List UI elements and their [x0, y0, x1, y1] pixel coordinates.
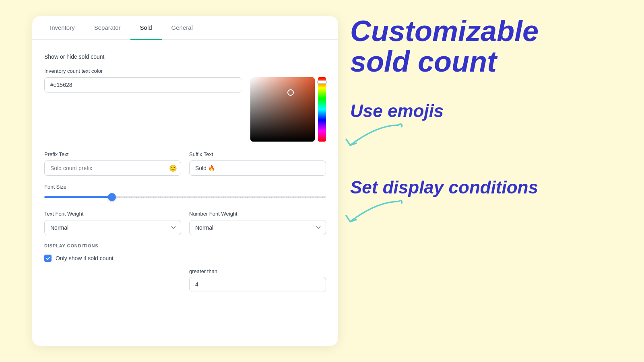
suffix-input[interactable]: [189, 160, 326, 176]
font-size-section: Font Size: [44, 184, 326, 201]
color-section: [44, 77, 326, 142]
font-size-slider[interactable]: [44, 193, 326, 201]
checkmark-icon: [45, 256, 50, 261]
font-size-label: Font Size: [44, 184, 326, 190]
display-conditions-section: DISPLAY CONDITIONS Only show if sold cou…: [44, 243, 326, 292]
tab-inventory[interactable]: Inventory: [40, 16, 85, 40]
settings-panel: Inventory Separator Sold General Show or…: [32, 16, 338, 346]
number-font-weight-label: Number Font Weight: [189, 211, 326, 217]
color-picker-container: [250, 77, 326, 142]
color-canvas[interactable]: [250, 77, 315, 142]
tabs-container: Inventory Separator Sold General: [32, 16, 338, 40]
condition-label: greater than: [189, 268, 326, 274]
condition-group: greater than: [189, 268, 326, 292]
prefix-group: Prefix Text 🙂: [44, 151, 181, 176]
arrow1-icon: [342, 121, 407, 153]
right-content: Customizablesold count Use emojis Set di…: [350, 16, 632, 201]
color-strip[interactable]: [318, 77, 326, 142]
headline: Customizablesold count: [350, 16, 632, 77]
color-strip-handle[interactable]: [317, 80, 327, 84]
color-section-label: Inventory count text color: [44, 68, 326, 74]
text-font-weight-select[interactable]: Normal Bold Light Medium: [44, 220, 181, 235]
tab-general[interactable]: General: [162, 16, 202, 40]
tab-sold[interactable]: Sold: [130, 16, 162, 40]
slider-dots: [116, 196, 326, 198]
number-font-weight-group: Number Font Weight Normal Bold Light Med…: [189, 211, 326, 235]
color-left: [44, 77, 242, 96]
condition-row: greater than: [44, 268, 326, 292]
prefix-suffix-row: Prefix Text 🙂 Suffix Text: [44, 151, 326, 176]
suffix-group: Suffix Text: [189, 151, 326, 176]
font-weight-row: Text Font Weight Normal Bold Light Mediu…: [44, 211, 326, 235]
slider-fill: [44, 196, 112, 198]
suffix-input-wrapper: [189, 160, 326, 176]
arrow2-icon: [342, 197, 407, 230]
text-font-weight-group: Text Font Weight Normal Bold Light Mediu…: [44, 211, 181, 235]
number-font-weight-select[interactable]: Normal Bold Light Medium: [189, 220, 326, 235]
display-conditions-heading: DISPLAY CONDITIONS: [44, 243, 326, 248]
prefix-input-wrapper: 🙂: [44, 160, 181, 176]
panel-content: Show or hide sold count Inventory count …: [32, 40, 338, 302]
slider-thumb[interactable]: [108, 193, 116, 201]
checkbox-label: Only show if sold count: [56, 255, 114, 261]
tab-separator[interactable]: Separator: [85, 16, 130, 40]
emoji-icon[interactable]: 🙂: [169, 165, 177, 172]
checkbox-row: Only show if sold count: [44, 255, 326, 262]
prefix-label: Prefix Text: [44, 151, 181, 157]
text-font-weight-label: Text Font Weight: [44, 211, 181, 217]
only-show-checkbox[interactable]: [44, 255, 52, 262]
color-hex-input[interactable]: [44, 77, 242, 93]
prefix-input[interactable]: [44, 160, 181, 176]
annotation-conditions: Set display conditions: [350, 177, 632, 197]
annotation-emojis: Use emojis: [350, 101, 632, 121]
condition-value-input[interactable]: [189, 277, 326, 292]
suffix-label: Suffix Text: [189, 151, 326, 157]
color-canvas-handle[interactable]: [287, 89, 294, 96]
condition-offset: [44, 268, 181, 292]
show-hide-label: Show or hide sold count: [44, 49, 326, 68]
